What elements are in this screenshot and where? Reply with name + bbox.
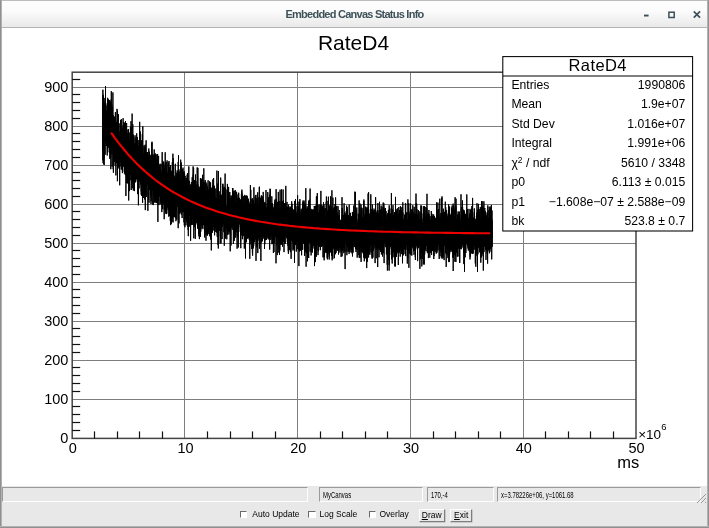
svg-text:Integral: Integral: [511, 136, 552, 150]
svg-text:6.113 ± 0.015: 6.113 ± 0.015: [612, 175, 686, 189]
svg-text:40: 40: [516, 440, 532, 456]
svg-text:bk: bk: [511, 214, 525, 228]
svg-text:ms: ms: [617, 453, 639, 471]
svg-text:500: 500: [44, 235, 68, 251]
svg-text:1.991e+06: 1.991e+06: [627, 136, 685, 150]
svg-text:RateD4: RateD4: [318, 31, 390, 54]
svg-text:1.016e+07: 1.016e+07: [627, 117, 685, 131]
svg-text:523.8 ± 0.7: 523.8 ± 0.7: [624, 214, 685, 228]
svg-text:800: 800: [44, 118, 68, 134]
svg-text:p0: p0: [511, 175, 525, 189]
svg-text:30: 30: [403, 440, 419, 456]
svg-text:20: 20: [290, 440, 306, 456]
svg-text:p1: p1: [511, 195, 525, 209]
svg-text:RateD4: RateD4: [569, 56, 627, 74]
svg-text:100: 100: [44, 391, 68, 407]
svg-text:Std Dev: Std Dev: [511, 117, 555, 131]
svg-text:Entries: Entries: [511, 78, 549, 92]
svg-text:Mean: Mean: [511, 97, 542, 111]
svg-text:900: 900: [44, 79, 68, 95]
svg-text:1990806: 1990806: [638, 78, 686, 92]
svg-text:700: 700: [44, 157, 68, 173]
svg-text:×10: ×10: [638, 427, 661, 442]
svg-text:0: 0: [60, 430, 68, 446]
svg-text:600: 600: [44, 196, 68, 212]
svg-text:1.9e+07: 1.9e+07: [641, 97, 686, 111]
svg-text:−1.608e−07 ± 2.588e−09: −1.608e−07 ± 2.588e−09: [549, 195, 686, 209]
svg-text:0: 0: [69, 440, 77, 456]
svg-text:400: 400: [44, 274, 68, 290]
svg-text:5610 / 3348: 5610 / 3348: [621, 156, 686, 170]
svg-text:200: 200: [44, 352, 68, 368]
svg-text:10: 10: [177, 440, 193, 456]
svg-text:χ2 / ndf: χ2 / ndf: [511, 155, 550, 170]
svg-text:300: 300: [44, 313, 68, 329]
svg-text:6: 6: [661, 421, 666, 432]
